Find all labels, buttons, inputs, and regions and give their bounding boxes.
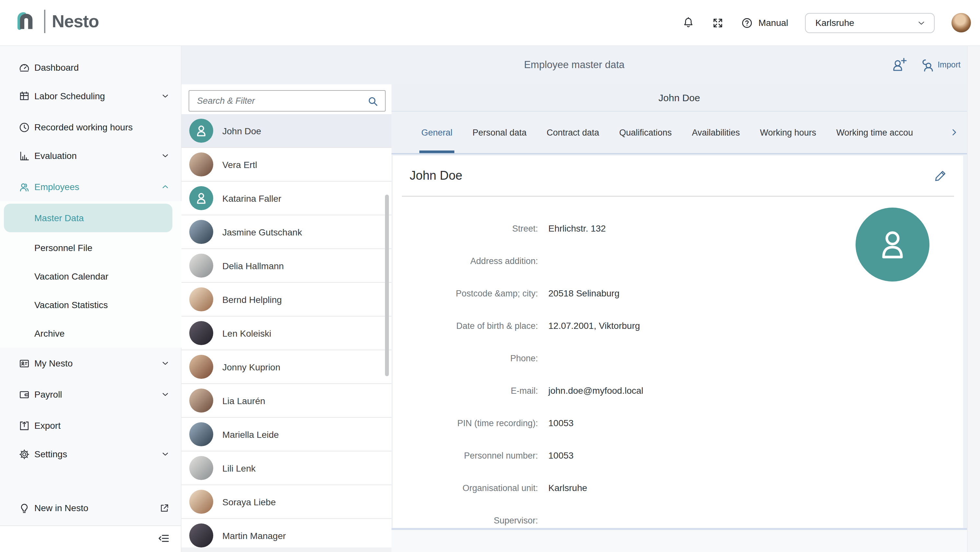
field-label: Address addition: — [393, 256, 538, 266]
sidebar: Dashboard Labor Scheduling Recorded work… — [0, 45, 181, 552]
employee-row-lia-lauren[interactable]: Lia Laurén — [181, 384, 391, 418]
employee-avatar — [189, 321, 213, 345]
employee-avatar — [189, 355, 213, 379]
manual-button[interactable]: Manual — [741, 16, 788, 29]
manual-label: Manual — [758, 18, 788, 28]
topbar-actions: Manual Karlsruhe — [682, 0, 971, 45]
sidebar-item-label: New in Nesto — [34, 503, 89, 513]
sidebar-item-dashboard[interactable]: Dashboard — [0, 53, 181, 82]
employee-name: Katarina Faller — [222, 193, 281, 203]
employee-row-katarina-faller[interactable]: Katarina Faller — [181, 182, 391, 215]
chevron-down-icon — [916, 18, 926, 27]
sidebar-item-recorded-working-hours[interactable]: Recorded working hours — [0, 113, 181, 141]
logo-divider — [44, 10, 45, 33]
sidebar-item-new-in-nesto[interactable]: New in Nesto — [0, 494, 181, 522]
tab-availabilities[interactable]: Availabilities — [692, 112, 740, 153]
sidebar-item-settings[interactable]: Settings — [0, 440, 181, 468]
help-question-icon — [741, 16, 753, 29]
field-email: E-mail: john.doe@myfood.local — [393, 374, 963, 407]
field-value: 10053 — [548, 418, 574, 428]
employee-row-lili-lenk[interactable]: Lili Lenk — [181, 451, 391, 485]
field-label: Supervisor: — [393, 515, 538, 525]
field-phone: Phone: — [393, 342, 963, 374]
nesto-app: Nesto — [0, 0, 980, 552]
employee-avatar — [189, 186, 213, 210]
sidebar-subitem-label: Personnel File — [34, 242, 92, 253]
sidebar-collapse-bar — [0, 525, 181, 552]
search-icon[interactable] — [367, 95, 379, 108]
tab-contract-data[interactable]: Contract data — [547, 112, 599, 153]
user-avatar[interactable] — [951, 13, 971, 32]
employee-row-delia-hallmann[interactable]: Delia Hallmann — [181, 249, 391, 283]
collapse-sidebar-icon[interactable] — [158, 532, 170, 545]
employee-avatar — [189, 152, 213, 176]
main-content: Employee master data — [181, 45, 967, 552]
sidebar-item-evaluation[interactable]: Evaluation — [0, 141, 181, 170]
tab-qualifications[interactable]: Qualifications — [619, 112, 672, 153]
field-value: 20518 Selinaburg — [548, 288, 620, 298]
notifications-bell-icon[interactable] — [682, 16, 695, 29]
sidebar-item-my-nesto[interactable]: My Nesto — [0, 349, 181, 378]
lightbulb-icon — [18, 502, 30, 514]
import-button[interactable]: Import — [920, 57, 961, 73]
nesto-logo[interactable]: Nesto — [14, 8, 99, 34]
employee-row-soraya-liebe[interactable]: Soraya Liebe — [181, 485, 391, 519]
add-employee-button[interactable] — [891, 56, 908, 73]
tabs-overflow-chevron-right-icon[interactable] — [948, 112, 961, 153]
wallet-icon — [18, 388, 30, 400]
import-people-icon — [920, 57, 935, 73]
employee-name: Jasmine Gutschank — [222, 227, 302, 237]
tab-personal-data[interactable]: Personal data — [473, 112, 527, 153]
logo-wordmark: Nesto — [52, 11, 99, 32]
employee-row-bernd-helpling[interactable]: Bernd Helpling — [181, 283, 391, 316]
id-card-icon — [18, 357, 30, 369]
fullscreen-icon[interactable] — [712, 16, 724, 29]
tab-general[interactable]: General — [421, 112, 452, 153]
card-header: John Doe — [393, 156, 963, 196]
edit-pencil-icon[interactable] — [933, 169, 948, 183]
general-info-card: John Doe Street: Ehrlichstr. 132 Address — [393, 156, 963, 528]
page-scrollbar-track[interactable] — [967, 45, 980, 552]
field-value: 12.07.2001, Viktorburg — [548, 321, 640, 331]
tab-working-hours[interactable]: Working hours — [760, 112, 816, 153]
sidebar-item-label: Dashboard — [34, 62, 79, 73]
sidebar-item-label: Employees — [34, 182, 80, 192]
employee-row-jasmine-gutschank[interactable]: Jasmine Gutschank — [181, 215, 391, 249]
sidebar-subitem-archive[interactable]: Archive — [0, 319, 181, 348]
employee-row-vera-ertl[interactable]: Vera Ertl — [181, 148, 391, 182]
search-input[interactable] — [189, 91, 385, 111]
employee-row-len-koleiski[interactable]: Len Koleiski — [181, 316, 391, 350]
search-filter-box — [189, 90, 386, 112]
profile-avatar-placeholder — [856, 207, 929, 281]
field-label: E-mail: — [393, 386, 538, 396]
sidebar-subitem-vacation-calendar[interactable]: Vacation Calendar — [0, 262, 181, 290]
sidebar-item-label: Evaluation — [34, 150, 77, 161]
sidebar-item-employees[interactable]: Employees — [0, 172, 181, 201]
sidebar-item-payroll[interactable]: Payroll — [0, 380, 181, 408]
employee-row-mariella-leide[interactable]: Mariella Leide — [181, 418, 391, 451]
sidebar-subitem-master-data[interactable]: Master Data — [4, 204, 172, 232]
employee-row-martin-manager[interactable]: Martin Manager — [181, 519, 391, 547]
sidebar-item-export[interactable]: Export — [0, 411, 181, 440]
sidebar-subitem-label: Archive — [34, 328, 65, 338]
field-personnel-number: Personnel number: 10053 — [393, 439, 963, 472]
employee-avatar — [189, 254, 213, 278]
employee-name: Jonny Kuprion — [222, 362, 280, 372]
chevron-down-icon — [161, 450, 170, 459]
tab-working-time-accounts[interactable]: Working time accou — [837, 112, 913, 153]
list-scrollbar-thumb[interactable] — [385, 195, 389, 376]
clock-icon — [18, 121, 30, 133]
sidebar-subitem-vacation-statistics[interactable]: Vacation Statistics — [0, 290, 181, 319]
employee-row-john-doe[interactable]: John Doe — [181, 114, 391, 148]
employee-avatar — [189, 389, 213, 413]
employee-name: Mariella Leide — [222, 429, 279, 439]
location-selector[interactable]: Karlsruhe — [805, 13, 935, 33]
sidebar-item-labor-scheduling[interactable]: Labor Scheduling — [0, 82, 181, 110]
export-box-icon — [18, 420, 30, 432]
sidebar-subitem-personnel-file[interactable]: Personnel File — [0, 233, 181, 262]
field-label: Personnel number: — [393, 450, 538, 460]
field-label: PIN (time recording): — [393, 418, 538, 428]
sidebar-item-label: My Nesto — [34, 358, 73, 369]
employee-row-jonny-kuprion[interactable]: Jonny Kuprion — [181, 350, 391, 384]
sidebar-item-label: Export — [34, 420, 60, 431]
